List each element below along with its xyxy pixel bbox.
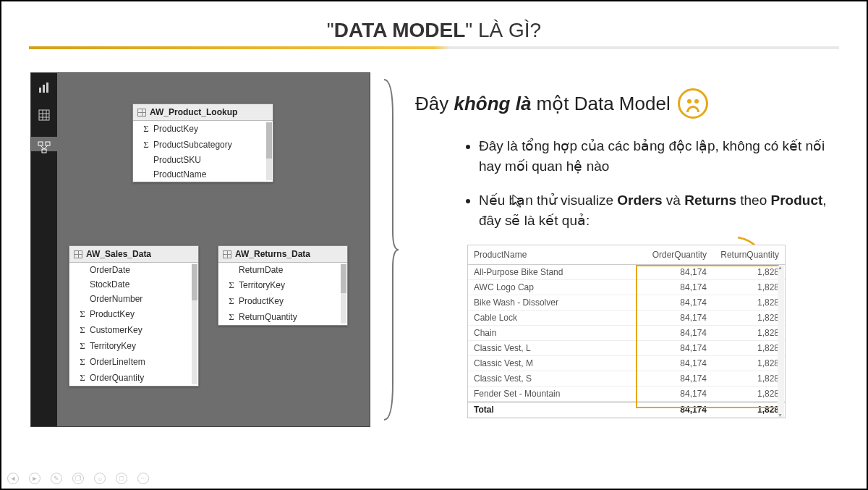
sad-face-icon — [678, 88, 708, 119]
viz-row: Classic Vest, M84,1741,828 — [468, 356, 785, 371]
sigma-icon: Σ — [78, 308, 87, 320]
see-all-slides-button[interactable]: ❐ — [72, 473, 84, 484]
table-field[interactable]: ΣProductKey — [133, 121, 265, 137]
explanation-panel: Đây không là một Data Model Đây là tổng … — [408, 72, 838, 427]
scrollbar[interactable] — [778, 266, 784, 417]
table-field[interactable]: StockDate — [69, 277, 191, 292]
table-body: ΣProductKey ΣProductSubcategory ProductS… — [133, 121, 273, 182]
scrollbar[interactable] — [341, 264, 346, 324]
table-field[interactable]: ΣProductSubcategory — [133, 137, 265, 153]
data-view-icon[interactable] — [37, 109, 51, 124]
viz-header: ProductName OrderQuantity ReturnQuantity — [468, 245, 785, 265]
scrollbar[interactable] — [266, 122, 272, 180]
svg-rect-1 — [43, 85, 45, 93]
table-icon — [137, 109, 146, 117]
table-header[interactable]: AW_Product_Lookup — [133, 104, 273, 121]
viz-row: Fender Set - Mountain84,1741,828 — [468, 386, 785, 402]
svg-line-11 — [41, 145, 44, 149]
title-rest: LÀ GÌ? — [472, 19, 541, 41]
table-name: AW_Sales_Data — [86, 249, 151, 259]
table-field[interactable]: ΣTerritoryKey — [69, 338, 191, 354]
table-field[interactable]: ReturnDate — [218, 263, 340, 277]
sigma-icon: Σ — [227, 311, 236, 323]
model-canvas: AW_Product_Lookup ΣProductKey ΣProductSu… — [30, 72, 370, 427]
report-view-icon[interactable] — [37, 82, 51, 96]
table-field[interactable]: ΣOrderQuantity — [69, 370, 191, 386]
table-field[interactable]: OrderDate — [69, 263, 191, 277]
zoom-button[interactable]: ⌕ — [94, 473, 106, 484]
table-name: AW_Returns_Data — [235, 249, 310, 259]
curly-brace — [379, 72, 399, 427]
sigma-icon: Σ — [78, 372, 87, 384]
scrollbar[interactable] — [192, 264, 197, 384]
sigma-icon: Σ — [78, 356, 87, 368]
viz-row: AWC Logo Cap84,1741,828 — [468, 280, 785, 295]
subtitle-toggle-button[interactable]: □ — [116, 473, 127, 484]
pen-tool-button[interactable]: ✎ — [51, 473, 62, 484]
viz-row: Cable Lock84,1741,828 — [468, 311, 785, 326]
next-slide-button[interactable]: ► — [29, 473, 41, 484]
more-options-button[interactable]: ⋯ — [137, 473, 149, 484]
title-underline — [29, 46, 839, 49]
mouse-cursor-icon — [512, 194, 522, 209]
viz-row: Bike Wash - Dissolver84,1741,828 — [468, 295, 785, 311]
table-field[interactable]: ΣReturnQuantity — [218, 309, 340, 325]
sigma-icon: Σ — [142, 139, 150, 151]
table-field[interactable]: ProductName — [133, 167, 265, 182]
slideshow-controls: ◄ ► ✎ ❐ ⌕ □ ⋯ — [7, 473, 149, 484]
table-body: ReturnDate ΣTerritoryKey ΣProductKey ΣRe… — [218, 263, 347, 325]
table-aw-sales-data[interactable]: AW_Sales_Data OrderDate StockDate OrderN… — [69, 245, 199, 386]
table-body: OrderDate StockDate OrderNumber ΣProduct… — [69, 263, 198, 386]
sigma-icon: Σ — [227, 295, 236, 307]
prev-slide-button[interactable]: ◄ — [7, 473, 19, 484]
table-icon — [223, 250, 231, 258]
table-field[interactable]: OrderNumber — [69, 292, 191, 306]
table-field[interactable]: ΣTerritoryKey — [218, 277, 340, 293]
viz-row: Classic Vest, L84,1741,828 — [468, 341, 785, 356]
table-field[interactable]: ΣOrderLineItem — [69, 354, 191, 370]
svg-rect-9 — [46, 142, 50, 145]
viz-total-row: Total 84,174 1,828 — [468, 402, 785, 418]
bullet-1: Đây là tổng hợp của các bảng độc lập, kh… — [479, 136, 830, 176]
svg-rect-8 — [38, 142, 43, 145]
table-header[interactable]: AW_Returns_Data — [218, 246, 347, 263]
sigma-icon: Σ — [78, 340, 87, 352]
table-field[interactable]: ΣProductKey — [218, 293, 340, 309]
table-field[interactable]: ΣCustomerKey — [69, 322, 191, 338]
sigma-icon: Σ — [78, 324, 87, 336]
sigma-icon: Σ — [227, 279, 236, 291]
slide-title: "DATA MODEL" LÀ GÌ? — [1, 1, 867, 59]
result-table-visual: ProductName OrderQuantity ReturnQuantity… — [467, 245, 786, 418]
table-icon — [74, 250, 82, 258]
svg-rect-3 — [39, 110, 49, 120]
viz-body: All-Purpose Bike Stand84,1741,828AWC Log… — [468, 265, 785, 402]
viz-row: All-Purpose Bike Stand84,1741,828 — [468, 265, 785, 280]
view-switcher — [31, 73, 57, 426]
bullet-2: Nếu bạn thử visualize Orders và Returns … — [479, 190, 830, 230]
title-text: "DATA MODEL" LÀ GÌ? — [1, 19, 867, 42]
table-field[interactable]: ProductSKU — [133, 153, 265, 167]
bullet-list: Đây là tổng hợp của các bảng độc lập, kh… — [415, 136, 830, 230]
model-view-icon[interactable] — [31, 137, 57, 151]
table-field[interactable]: ΣProductKey — [69, 306, 191, 322]
table-aw-returns-data[interactable]: AW_Returns_Data ReturnDate ΣTerritoryKey… — [218, 245, 348, 326]
viz-row: Classic Vest, S84,1741,828 — [468, 371, 785, 386]
table-name: AW_Product_Lookup — [150, 107, 237, 117]
svg-rect-0 — [39, 88, 41, 93]
svg-rect-2 — [46, 83, 48, 93]
sigma-icon: Σ — [142, 123, 150, 135]
col-returnquantity: ReturnQuantity — [707, 250, 779, 260]
headline-emphasis: không là — [454, 93, 531, 114]
headline: Đây không là một Data Model — [415, 88, 830, 119]
title-quoted: DATA MODEL — [334, 19, 465, 41]
viz-row: Chain84,1741,828 — [468, 326, 785, 341]
table-header[interactable]: AW_Sales_Data — [69, 246, 198, 263]
svg-line-12 — [44, 145, 48, 149]
svg-rect-10 — [42, 149, 46, 153]
col-productname: ProductName — [474, 250, 642, 260]
col-orderquantity: OrderQuantity — [642, 250, 707, 260]
table-aw-product-lookup[interactable]: AW_Product_Lookup ΣProductKey ΣProductSu… — [132, 104, 273, 182]
